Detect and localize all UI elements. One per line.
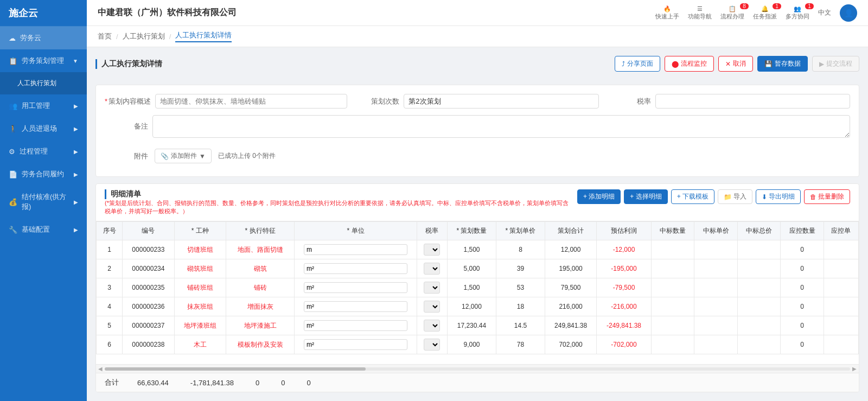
cell-plan-qty: 5,000 xyxy=(447,259,496,278)
tax-select[interactable] xyxy=(424,282,440,294)
cell-plan-qty: 1,500 xyxy=(447,278,496,297)
submit-button[interactable]: ▶ 提交流程 xyxy=(812,56,859,72)
batch-delete-button[interactable]: 🗑 批量删除 xyxy=(804,189,850,204)
tax-rate-label: 税率 xyxy=(608,97,651,106)
chevron-right-icon: ▶ xyxy=(74,199,78,205)
col-plan-total: 策划合计 xyxy=(545,222,596,240)
personnel-icon: 🚶 xyxy=(9,125,17,133)
sidebar-item-settlement[interactable]: 💰 结付核准(供方报) ▶ xyxy=(0,186,87,218)
unit-input[interactable] xyxy=(304,339,407,350)
export-icon: ⬇ xyxy=(762,193,767,201)
sidebar-item-config[interactable]: 🔧 基础配置 ▶ xyxy=(0,218,87,241)
func-nav-action[interactable]: ☰ 功能导航 xyxy=(688,5,712,21)
sidebar-item-personnel[interactable]: 🚶 人员进退场 ▶ xyxy=(0,117,87,140)
cell-feature[interactable]: 铺砖 xyxy=(226,278,295,297)
sidebar-item-user-mgmt[interactable]: 👥 用工管理 ▶ xyxy=(0,94,87,117)
avatar[interactable]: 👤 xyxy=(840,4,857,22)
download-template-button[interactable]: + 下载模板 xyxy=(671,189,714,204)
unit-input[interactable] xyxy=(304,320,407,331)
remark-input[interactable] xyxy=(152,115,850,138)
cell-code: 000000234 xyxy=(123,259,174,278)
breadcrumb-plan[interactable]: 人工执行策划 xyxy=(123,31,165,41)
cell-type[interactable]: 铺砖班组 xyxy=(174,278,226,297)
breadcrumb-home[interactable]: 首页 xyxy=(98,31,112,41)
select-detail-button[interactable]: + 选择明细 xyxy=(624,189,667,204)
cell-feature[interactable]: 模板制作及安装 xyxy=(226,335,295,354)
tax-rate-select[interactable] xyxy=(655,94,850,109)
cell-plan-price: 39 xyxy=(496,259,545,278)
sidebar-item-contract[interactable]: 📄 劳务合同履约 ▶ xyxy=(0,163,87,186)
detail-table: 序号 编号 * 工种 * 执行特征 * 单位 税率 * 策划数量 * 策划单价 … xyxy=(96,221,859,354)
collab-action[interactable]: 👥 多方协同 1 xyxy=(786,5,809,21)
cell-type[interactable]: 砌筑班组 xyxy=(174,259,226,278)
cell-type[interactable]: 地坪漆班组 xyxy=(174,316,226,335)
sidebar-item-label: 过程管理 xyxy=(20,147,48,156)
quick-start-action[interactable]: 🔥 快速上手 xyxy=(655,5,679,21)
sidebar-item-process[interactable]: ⚙ 过程管理 ▶ xyxy=(0,140,87,163)
cell-bid-qty xyxy=(651,335,694,354)
add-attachment-button[interactable]: 📎 添加附件 ▼ xyxy=(155,149,212,163)
cell-tax xyxy=(417,316,447,335)
plan-count-label: 策划次数 xyxy=(356,97,399,106)
cell-bid-price xyxy=(694,259,738,278)
lang-selector[interactable]: 中文 xyxy=(818,8,831,17)
monitor-button[interactable]: ⬤ 流程监控 xyxy=(665,56,714,72)
cell-plan-total: 702,000 xyxy=(545,335,596,354)
process-icon: ⚙ xyxy=(9,148,15,156)
cell-unit xyxy=(295,316,417,335)
unit-input[interactable] xyxy=(304,263,407,274)
cell-ctrl-qty: 0 xyxy=(781,259,824,278)
cell-feature[interactable]: 砌筑 xyxy=(226,259,295,278)
import-button[interactable]: 📁 导入 xyxy=(718,189,752,204)
cell-feature[interactable]: 增面抹灰 xyxy=(226,297,295,316)
export-button[interactable]: ⬇ 导出明细 xyxy=(756,189,801,204)
cell-unit xyxy=(295,297,417,316)
cell-feature[interactable]: 地面、路面切缝 xyxy=(226,240,295,259)
cell-type[interactable]: 木工 xyxy=(174,335,226,354)
col-feature: * 执行特征 xyxy=(226,222,295,240)
cell-ctrl-price xyxy=(824,297,858,316)
tax-select[interactable] xyxy=(424,301,440,313)
cell-feature[interactable]: 地坪漆施工 xyxy=(226,316,295,335)
cell-bid-total xyxy=(737,278,781,297)
process-action[interactable]: 📋 流程办理 8 xyxy=(720,5,744,21)
sidebar-item-label: 人工执行策划 xyxy=(17,79,56,88)
share-button[interactable]: ⤴ 分享页面 xyxy=(615,56,660,72)
unit-input[interactable] xyxy=(304,244,407,255)
task-action[interactable]: 🔔 任务指派 1 xyxy=(753,5,777,21)
chevron-right-icon: ▶ xyxy=(74,149,78,155)
tax-select[interactable] xyxy=(424,263,440,275)
cell-plan-total: 216,000 xyxy=(545,297,596,316)
page-section-header: 人工执行策划详情 ⤴ 分享页面 ⬤ 流程监控 ✕ 取消 💾 暂存数据 xyxy=(95,56,859,72)
cell-code: 000000238 xyxy=(123,335,174,354)
logo: 施企云 xyxy=(0,0,87,27)
tax-select[interactable] xyxy=(424,320,440,332)
cell-tax xyxy=(417,297,447,316)
col-seq: 序号 xyxy=(97,222,123,240)
breadcrumb-detail[interactable]: 人工执行策划详情 xyxy=(175,30,232,42)
unit-input[interactable] xyxy=(304,282,407,293)
cell-plan-qty: 17,230.44 xyxy=(447,316,496,335)
sidebar-item-planning[interactable]: 📋 劳务策划管理 ▼ xyxy=(0,49,87,72)
h-scrollbar[interactable]: ◀ ▶ xyxy=(96,364,859,373)
cell-type[interactable]: 切缝班组 xyxy=(174,240,226,259)
cancel-icon: ✕ xyxy=(725,60,731,68)
tax-select[interactable] xyxy=(424,339,440,351)
tax-select[interactable] xyxy=(424,244,440,256)
cell-type[interactable]: 抹灰班组 xyxy=(174,297,226,316)
cancel-button[interactable]: ✕ 取消 xyxy=(718,56,753,72)
collab-label: 多方协同 xyxy=(786,12,809,21)
save-button[interactable]: 💾 暂存数据 xyxy=(757,56,808,72)
plan-count-input[interactable] xyxy=(404,94,598,109)
attach-info: 已成功上传 0个附件 xyxy=(218,151,276,161)
sidebar-item-labor[interactable]: ☁ 劳务云 xyxy=(0,27,87,49)
process-badge: 8 xyxy=(740,3,749,9)
page-content: 人工执行策划详情 ⤴ 分享页面 ⬤ 流程监控 ✕ 取消 💾 暂存数据 xyxy=(87,47,868,401)
detail-card: 明细清单 (*策划是后统计划、合同、报销执行的范围、数量、价格参考，同时策划也是… xyxy=(95,183,859,392)
unit-input[interactable] xyxy=(304,301,407,312)
process-label: 流程办理 xyxy=(720,12,744,21)
plan-content-input[interactable] xyxy=(155,94,347,109)
sidebar-item-labor-plan[interactable]: 人工执行策划 xyxy=(0,72,87,94)
add-detail-button[interactable]: + 添加明细 xyxy=(577,189,621,204)
cell-seq: 3 xyxy=(97,278,123,297)
